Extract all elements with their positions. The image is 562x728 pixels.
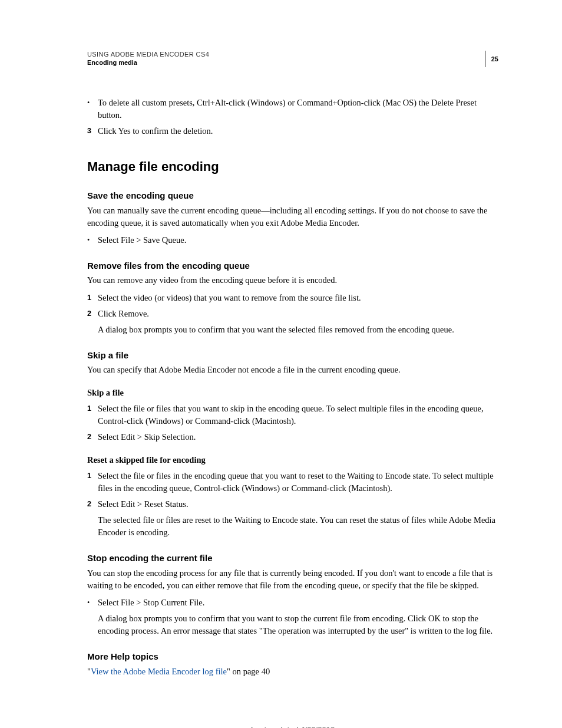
footer-last-updated: Last updated 4/29/2012 — [87, 725, 498, 728]
help-link-log-file[interactable]: View the Adobe Media Encoder log file — [91, 667, 227, 676]
step-number: 1 — [87, 403, 98, 427]
page-number: 25 — [485, 51, 498, 67]
step-number: 1 — [87, 292, 98, 304]
bullet-icon: • — [87, 597, 98, 609]
header-left: USING ADOBE MEDIA ENCODER CS4 Encoding m… — [87, 51, 485, 66]
remove-files-paragraph: You can remove any video from the encodi… — [87, 274, 498, 286]
reset-step-2-text: Select Edit > Reset Status. — [98, 498, 498, 510]
skip-step-2: 2 Select Edit > Skip Selection. — [87, 431, 498, 443]
minihead-reset-skipped: Reset a skipped file for encoding — [87, 454, 498, 466]
body: • To delete all custom presets, Ctrl+Alt… — [87, 97, 498, 678]
remove-step-2: 2 Click Remove. — [87, 308, 498, 320]
step-number: 1 — [87, 470, 98, 495]
heading-save-encoding-queue: Save the encoding queue — [87, 189, 498, 202]
intro-step-3: 3 Click Yes to confirm the deletion. — [87, 125, 498, 137]
save-queue-bullet: • Select File > Save Queue. — [87, 234, 498, 246]
stop-encoding-follow: A dialog box prompts you to confirm that… — [98, 612, 498, 637]
bullet-icon: • — [87, 234, 98, 246]
save-queue-bullet-text: Select File > Save Queue. — [98, 234, 498, 246]
heading-manage-file-encoding: Manage file encoding — [87, 157, 498, 176]
intro-step-3-text: Click Yes to confirm the deletion. — [98, 125, 498, 137]
remove-step-2-follow: A dialog box prompts you to confirm that… — [98, 324, 498, 336]
step-number: 2 — [87, 431, 98, 443]
header-title: USING ADOBE MEDIA ENCODER CS4 — [87, 51, 485, 58]
reset-step-1: 1 Select the file or files in the encodi… — [87, 470, 498, 495]
skip-step-2-text: Select Edit > Skip Selection. — [98, 431, 498, 443]
heading-remove-files: Remove files from the encoding queue — [87, 259, 498, 272]
heading-more-help: More Help topics — [87, 650, 498, 663]
document-page: USING ADOBE MEDIA ENCODER CS4 Encoding m… — [0, 0, 562, 728]
remove-step-2-text: Click Remove. — [98, 308, 498, 320]
stop-encoding-bullet-text: Select File > Stop Current File. — [98, 597, 498, 609]
stop-encoding-bullet: • Select File > Stop Current File. — [87, 597, 498, 609]
intro-bullet-text: To delete all custom presets, Ctrl+Alt-c… — [98, 97, 498, 121]
step-number: 2 — [87, 498, 98, 510]
bullet-icon: • — [87, 97, 98, 121]
heading-skip-a-file: Skip a file — [87, 349, 498, 362]
heading-stop-encoding: Stop encoding the current file — [87, 552, 498, 565]
step-number: 3 — [87, 125, 98, 137]
running-header: USING ADOBE MEDIA ENCODER CS4 Encoding m… — [87, 51, 498, 67]
minihead-skip-a-file: Skip a file — [87, 387, 498, 399]
reset-step-1-text: Select the file or files in the encoding… — [98, 470, 498, 495]
reset-step-2: 2 Select Edit > Reset Status. — [87, 498, 498, 510]
skip-step-1: 1 Select the file or files that you want… — [87, 403, 498, 427]
more-help-line: "View the Adobe Media Encoder log file" … — [87, 666, 498, 678]
remove-step-1-text: Select the video (or videos) that you wa… — [98, 292, 498, 304]
remove-step-1: 1 Select the video (or videos) that you … — [87, 292, 498, 304]
skip-step-1-text: Select the file or files that you want t… — [98, 403, 498, 427]
stop-encoding-paragraph: You can stop the encoding process for an… — [87, 567, 498, 592]
save-queue-paragraph: You can manually save the current encodi… — [87, 205, 498, 229]
header-section: Encoding media — [87, 59, 485, 66]
skip-file-paragraph: You can specify that Adobe Media Encoder… — [87, 364, 498, 376]
reset-step-2-follow: The selected file or files are reset to … — [98, 514, 498, 539]
quote-close-and-page: " on page 40 — [227, 667, 270, 676]
intro-bullet: • To delete all custom presets, Ctrl+Alt… — [87, 97, 498, 121]
step-number: 2 — [87, 308, 98, 320]
